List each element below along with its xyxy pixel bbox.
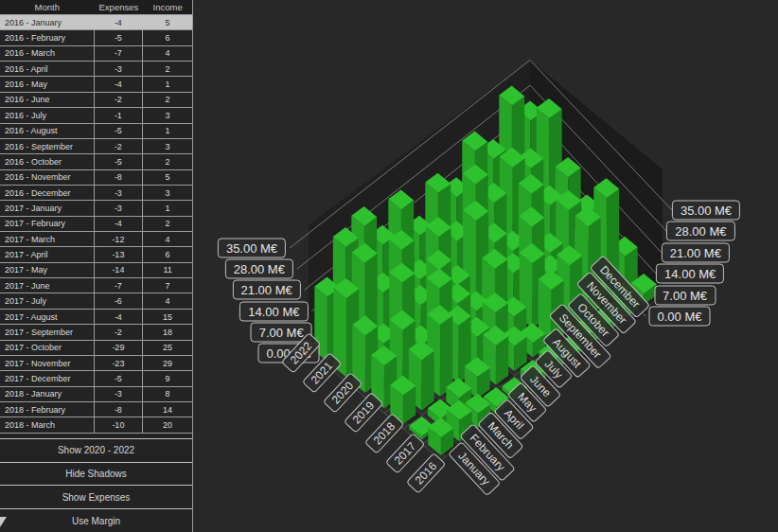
cell-income: 11 [143,263,192,277]
cell-expenses: -7 [95,278,144,293]
cell-month: 2017 - May [0,263,95,277]
cell-income: 14 [143,402,192,417]
cell-month: 2016 - June [0,93,95,107]
cell-expenses: -8 [95,402,144,417]
column-header-income[interactable]: Income [143,2,192,12]
cell-income: 6 [143,30,192,44]
cell-expenses: -4 [95,310,144,324]
cell-expenses: -3 [95,387,144,401]
data-table-panel: Month Expenses Income 2016 - January-452… [0,0,193,532]
table-row[interactable]: 2018 - February-814 [0,402,192,417]
cell-income: 1 [143,201,192,215]
table-row[interactable]: 2016 - April-32 [0,62,192,77]
cell-income: 4 [143,232,192,246]
cell-expenses: -3 [95,186,144,200]
table-row[interactable]: 2017 - November-2329 [0,356,192,371]
cell-month: 2016 - March [0,46,95,61]
cell-income: 2 [143,62,192,76]
table-row[interactable]: 2016 - January-45 [0,15,192,30]
cell-month: 2018 - January [0,387,95,401]
cell-income: 4 [143,46,192,61]
table-row[interactable]: 2016 - March-74 [0,46,192,62]
table-row[interactable]: 2016 - August-51 [0,124,192,139]
table-row[interactable]: 2016 - July-13 [0,108,192,123]
cell-income: 3 [143,186,192,200]
table-row[interactable]: 2017 - September-218 [0,325,192,340]
cell-month: 2016 - November [0,170,95,185]
table-row[interactable]: 2018 - January-38 [0,387,192,402]
cell-month: 2016 - January [0,15,95,29]
cell-month: 2018 - February [0,402,95,417]
cell-income: 5 [143,170,192,185]
table-row[interactable]: 2017 - October-2925 [0,341,192,356]
table-row[interactable]: 2017 - March-124 [0,232,192,247]
cell-income: 1 [143,124,192,138]
table-row[interactable]: 2017 - February-42 [0,217,192,232]
hide-shadows-button[interactable]: Hide Shadows [0,463,192,487]
table-row[interactable]: 2018 - March-1020 [0,417,192,433]
table-row[interactable]: 2016 - November-85 [0,170,192,186]
cell-expenses: -4 [95,77,144,91]
cell-income: 7 [143,278,192,293]
cell-expenses: -23 [95,356,144,370]
cell-expenses: -5 [95,30,144,44]
cell-month: 2018 - March [0,417,95,432]
column-header-month[interactable]: Month [0,2,95,12]
cell-expenses: -29 [95,341,144,355]
cell-expenses: -3 [95,201,144,215]
cell-month: 2017 - November [0,356,95,370]
cell-month: 2016 - April [0,62,95,76]
cell-income: 2 [143,154,192,168]
cell-income: 18 [143,325,192,339]
table-header: Month Expenses Income [0,0,192,15]
use-margin-button[interactable]: Use Margin [0,509,192,532]
cell-expenses: -4 [95,217,144,231]
cell-month: 2017 - July [0,293,95,308]
cell-income: 3 [143,139,192,153]
cell-month: 2016 - October [0,154,95,168]
cell-month: 2017 - June [0,278,95,293]
cell-income: 15 [143,310,192,324]
table-row[interactable]: 2016 - May-41 [0,77,192,92]
cell-month: 2017 - March [0,232,95,246]
table-row[interactable]: 2017 - May-1411 [0,263,192,278]
cell-income: 25 [143,341,192,355]
cell-income: 1 [143,77,192,91]
table-row[interactable]: 2016 - September-23 [0,139,192,154]
cell-month: 2017 - February [0,217,95,231]
cell-month: 2017 - October [0,341,95,355]
cell-income: 9 [143,371,192,385]
table-row[interactable]: 2017 - July-64 [0,293,192,309]
cell-month: 2017 - September [0,325,95,339]
table-row[interactable]: 2016 - December-33 [0,186,192,201]
cell-month: 2016 - December [0,186,95,200]
table-row[interactable]: 2017 - January-31 [0,201,192,216]
cell-month: 2016 - July [0,108,95,122]
cell-month: 2017 - December [0,371,95,385]
table-row[interactable]: 2016 - June-22 [0,93,192,108]
bar3d-chart: 0.00 M€0.00 M€7.00 M€7.00 M€14.00 M€14.0… [193,0,778,532]
month-table-body: 2016 - January-452016 - February-562016 … [0,15,192,434]
column-header-expenses[interactable]: Expenses [95,2,144,12]
cell-income: 20 [143,417,192,432]
table-row[interactable]: 2017 - June-77 [0,278,192,293]
cell-expenses: -7 [95,46,144,61]
cell-expenses: -2 [95,139,144,153]
table-row[interactable]: 2017 - December-59 [0,371,192,386]
cell-expenses: -4 [95,15,144,29]
cell-expenses: -5 [95,371,144,385]
cell-income: 2 [143,93,192,107]
table-row[interactable]: 2016 - October-52 [0,154,192,169]
bar3d-chart-canvas [193,0,778,532]
cell-month: 2016 - February [0,30,95,44]
cell-income: 2 [143,217,192,231]
table-row[interactable]: 2016 - February-56 [0,30,192,45]
cell-expenses: -2 [95,325,144,339]
mouse-cursor [0,517,7,527]
cell-income: 4 [143,293,192,308]
cell-income: 5 [143,15,192,29]
table-row[interactable]: 2017 - April-136 [0,247,192,262]
table-row[interactable]: 2017 - August-415 [0,310,192,325]
show-expenses-button[interactable]: Show Expenses [0,486,192,509]
show-years-button[interactable]: Show 2020 - 2022 [0,439,192,463]
